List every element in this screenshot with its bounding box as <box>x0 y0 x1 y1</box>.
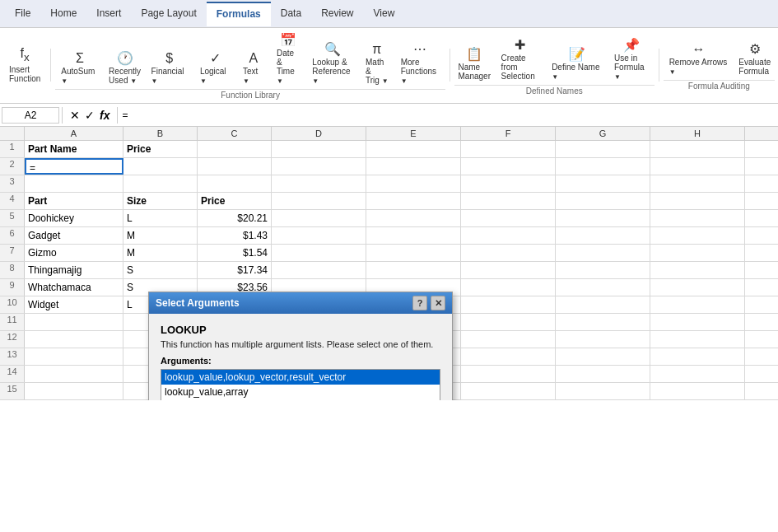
select-arguments-dialog: Select Arguments ? ✕ LOOKUP This functio… <box>148 292 453 400</box>
ribbon-group-defined-names: 📋 NameManager ✚ Create fromSelection 📝 D… <box>454 35 655 96</box>
create-icon: ✚ <box>515 37 525 53</box>
evaluate-formula-label: EvaluateFormula <box>738 58 771 76</box>
insert-function-bar-button[interactable]: fx <box>98 109 111 122</box>
ribbon-tabs: File Home Insert Page Layout Formulas Da… <box>0 0 778 28</box>
calendar-icon: 📅 <box>280 32 296 48</box>
sep1 <box>50 49 51 82</box>
use-in-formula-button[interactable]: 📌 Use inFormula ▼ <box>608 35 655 83</box>
dialog-arguments-label: Arguments: <box>161 356 440 366</box>
lookup-reference-label: Lookup &Reference ▼ <box>312 58 353 85</box>
tab-view[interactable]: View <box>364 2 405 26</box>
ribbon-group-autosum: Σ AutoSum ▼ 🕐 RecentlyUsed ▼ $ Financial… <box>55 30 445 100</box>
create-from-selection-label: Create fromSelection <box>501 54 540 81</box>
formula-input[interactable] <box>120 108 776 123</box>
function-library-label: Function Library <box>55 89 445 100</box>
tab-data[interactable]: Data <box>271 2 311 26</box>
tab-formulas[interactable]: Formulas <box>207 2 271 26</box>
recently-used-button[interactable]: 🕐 RecentlyUsed ▼ <box>105 48 145 87</box>
date-time-button[interactable]: 📅 Date &Time ▼ <box>271 30 305 87</box>
more-icon: ⋯ <box>413 41 426 57</box>
math-icon: π <box>372 42 381 57</box>
sep2 <box>450 49 450 82</box>
more-functions-button[interactable]: ⋯ MoreFunctions ▼ <box>395 39 445 87</box>
use-icon: 📌 <box>623 37 640 53</box>
dialog-overlay: Select Arguments ? ✕ LOOKUP This functio… <box>0 127 778 400</box>
spreadsheet-grid: A B C D E F G H 1 Part Name Price 2 = 3 <box>0 127 778 400</box>
define-name-button[interactable]: 📝 Define Name ▼ <box>546 44 608 83</box>
dialog-title-buttons: ? ✕ <box>412 296 445 310</box>
ribbon-group-insert-function: fx InsertFunction <box>3 44 46 85</box>
confirm-formula-button[interactable]: ✓ <box>83 109 96 122</box>
tab-home[interactable]: Home <box>40 2 86 26</box>
clock-icon: 🕐 <box>117 50 133 66</box>
autosum-label: AutoSum ▼ <box>61 67 98 85</box>
define-name-label: Define Name ▼ <box>552 63 602 81</box>
arrows-icon: ↔ <box>692 42 706 57</box>
financial-label: Financial ▼ <box>151 67 188 85</box>
remove-arrows-label: Remove Arrows ▼ <box>669 58 729 76</box>
sigma-icon: Σ <box>76 51 84 66</box>
financial-button[interactable]: $ Financial ▼ <box>146 49 193 87</box>
dialog-help-icon-btn[interactable]: ? <box>412 296 427 310</box>
formula-bar-buttons: ✕ ✓ fx <box>68 109 111 122</box>
recently-used-label: RecentlyUsed ▼ <box>109 67 141 85</box>
tab-page-layout[interactable]: Page Layout <box>131 2 206 26</box>
formula-bar: ✕ ✓ fx <box>0 104 778 127</box>
tab-review[interactable]: Review <box>311 2 363 26</box>
dialog-body: LOOKUP This function has multiple argume… <box>149 314 452 400</box>
more-functions-label: MoreFunctions ▼ <box>401 58 440 85</box>
name-box[interactable] <box>2 107 59 124</box>
cancel-formula-button[interactable]: ✕ <box>68 109 82 122</box>
dialog-argument-option-0[interactable]: lookup_value,lookup_vector,result_vector <box>161 370 440 385</box>
autosum-button[interactable]: Σ AutoSum ▼ <box>55 49 104 87</box>
name-manager-label: NameManager <box>459 63 491 81</box>
defined-names-label: Defined Names <box>454 85 655 96</box>
remove-arrows-button[interactable]: ↔ Remove Arrows ▼ <box>664 40 734 78</box>
ribbon-group-formula-auditing: ↔ Remove Arrows ▼ ⚙ EvaluateFormula Form… <box>664 39 775 91</box>
insert-function-label: InsertFunction <box>9 65 40 83</box>
logical-label: Logical ▼ <box>200 67 231 85</box>
sep3 <box>659 49 659 82</box>
name-manager-icon: 📋 <box>466 46 482 62</box>
tab-file[interactable]: File <box>5 2 40 26</box>
formula-bar-sep2 <box>117 107 118 124</box>
text-icon: A <box>249 51 259 66</box>
evaluate-icon: ⚙ <box>749 41 761 57</box>
logical-button[interactable]: ✓ Logical ▼ <box>194 48 236 87</box>
dialog-arguments-listbox[interactable]: lookup_value,lookup_vector,result_vector… <box>161 369 440 400</box>
dialog-close-button[interactable]: ✕ <box>431 296 445 310</box>
insert-function-button[interactable]: fx InsertFunction <box>3 44 46 85</box>
dialog-description: This function has multiple argument list… <box>161 339 440 349</box>
use-in-formula-label: Use inFormula ▼ <box>614 54 649 81</box>
formula-auditing-label: Formula Auditing <box>664 80 775 91</box>
create-from-selection-button[interactable]: ✚ Create fromSelection <box>496 35 546 83</box>
lookup-reference-button[interactable]: 🔍 Lookup &Reference ▼ <box>306 39 359 87</box>
math-trig-button[interactable]: π Math &Trig ▼ <box>360 40 394 87</box>
date-time-label: Date &Time ▼ <box>277 49 300 85</box>
dialog-title: Select Arguments <box>156 297 240 309</box>
logical-icon: ✓ <box>210 50 221 66</box>
ribbon-content: fx InsertFunction Σ AutoSum ▼ 🕐 Recently… <box>0 28 778 104</box>
name-manager-button[interactable]: 📋 NameManager <box>454 44 495 83</box>
dialog-titlebar: Select Arguments ? ✕ <box>149 292 452 314</box>
formula-bar-sep <box>62 107 63 124</box>
dialog-function-name: LOOKUP <box>161 324 440 336</box>
dialog-argument-option-1[interactable]: lookup_value,array <box>161 385 440 399</box>
evaluate-formula-button[interactable]: ⚙ EvaluateFormula <box>735 39 775 78</box>
text-button[interactable]: A Text ▼ <box>237 49 270 87</box>
dollar-icon: $ <box>165 51 173 66</box>
fx-icon: fx <box>21 46 30 63</box>
define-icon: 📝 <box>569 46 585 62</box>
math-trig-label: Math &Trig ▼ <box>366 58 389 85</box>
tab-insert[interactable]: Insert <box>86 2 131 26</box>
lookup-icon: 🔍 <box>324 41 341 57</box>
text-label: Text ▼ <box>243 67 264 85</box>
